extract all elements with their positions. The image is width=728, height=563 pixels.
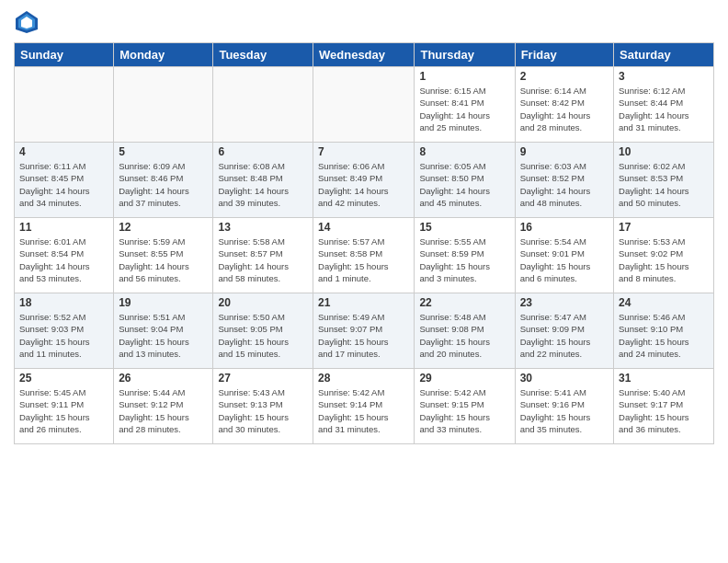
calendar-cell-1-1 [15, 67, 114, 143]
header [14, 9, 714, 35]
calendar-cell-4-1: 18Sunrise: 5:52 AM Sunset: 9:03 PM Dayli… [15, 293, 114, 369]
day-info: Sunrise: 5:47 AM Sunset: 9:09 PM Dayligh… [520, 311, 609, 360]
day-number: 20 [218, 296, 308, 309]
calendar-week-1: 1Sunrise: 6:15 AM Sunset: 8:41 PM Daylig… [15, 67, 714, 143]
calendar-cell-5-1: 25Sunrise: 5:45 AM Sunset: 9:11 PM Dayli… [15, 369, 114, 444]
calendar-cell-3-5: 15Sunrise: 5:55 AM Sunset: 8:59 PM Dayli… [415, 218, 515, 293]
day-header-monday: Monday [114, 43, 213, 67]
day-number: 25 [19, 372, 108, 385]
calendar-week-5: 25Sunrise: 5:45 AM Sunset: 9:11 PM Dayli… [15, 369, 714, 444]
day-info: Sunrise: 5:49 AM Sunset: 9:07 PM Dayligh… [318, 311, 409, 360]
day-header-saturday: Saturday [614, 43, 714, 67]
calendar-cell-2-6: 9Sunrise: 6:03 AM Sunset: 8:52 PM Daylig… [515, 143, 613, 218]
calendar-cell-3-1: 11Sunrise: 6:01 AM Sunset: 8:54 PM Dayli… [15, 218, 114, 293]
day-number: 28 [318, 372, 409, 385]
day-number: 30 [520, 372, 609, 385]
day-info: Sunrise: 5:59 AM Sunset: 8:55 PM Dayligh… [119, 236, 208, 284]
day-number: 13 [218, 221, 308, 234]
calendar-cell-1-6: 2Sunrise: 6:14 AM Sunset: 8:42 PM Daylig… [515, 67, 613, 143]
day-number: 7 [318, 145, 409, 158]
calendar-cell-3-7: 17Sunrise: 5:53 AM Sunset: 9:02 PM Dayli… [614, 218, 714, 293]
day-number: 23 [520, 296, 609, 309]
day-info: Sunrise: 5:44 AM Sunset: 9:12 PM Dayligh… [119, 386, 208, 435]
day-number: 4 [19, 145, 108, 158]
calendar-cell-4-4: 21Sunrise: 5:49 AM Sunset: 9:07 PM Dayli… [313, 293, 415, 369]
day-info: Sunrise: 5:46 AM Sunset: 9:10 PM Dayligh… [619, 311, 709, 360]
day-number: 14 [318, 221, 409, 234]
day-info: Sunrise: 6:09 AM Sunset: 8:46 PM Dayligh… [119, 160, 208, 209]
day-number: 15 [419, 221, 509, 234]
calendar-cell-2-5: 8Sunrise: 6:05 AM Sunset: 8:50 PM Daylig… [415, 143, 515, 218]
day-header-thursday: Thursday [415, 43, 515, 67]
calendar-cell-1-5: 1Sunrise: 6:15 AM Sunset: 8:41 PM Daylig… [415, 67, 515, 143]
day-number: 8 [419, 145, 509, 158]
day-info: Sunrise: 5:58 AM Sunset: 8:57 PM Dayligh… [218, 236, 308, 284]
day-number: 10 [619, 145, 709, 158]
day-header-friday: Friday [515, 43, 613, 67]
day-number: 3 [619, 70, 709, 83]
calendar-cell-1-7: 3Sunrise: 6:12 AM Sunset: 8:44 PM Daylig… [614, 67, 714, 143]
calendar-cell-5-7: 31Sunrise: 5:40 AM Sunset: 9:17 PM Dayli… [614, 369, 714, 444]
day-number: 29 [419, 372, 509, 385]
day-info: Sunrise: 5:45 AM Sunset: 9:11 PM Dayligh… [19, 386, 108, 435]
calendar-cell-4-3: 20Sunrise: 5:50 AM Sunset: 9:05 PM Dayli… [213, 293, 313, 369]
day-info: Sunrise: 5:50 AM Sunset: 9:05 PM Dayligh… [218, 311, 308, 360]
day-number: 21 [318, 296, 409, 309]
day-number: 26 [119, 372, 208, 385]
calendar-cell-5-3: 27Sunrise: 5:43 AM Sunset: 9:13 PM Dayli… [213, 369, 313, 444]
day-info: Sunrise: 6:14 AM Sunset: 8:42 PM Dayligh… [520, 85, 609, 133]
calendar-cell-3-4: 14Sunrise: 5:57 AM Sunset: 8:58 PM Dayli… [313, 218, 415, 293]
day-info: Sunrise: 5:42 AM Sunset: 9:14 PM Dayligh… [318, 386, 409, 435]
day-info: Sunrise: 6:11 AM Sunset: 8:45 PM Dayligh… [19, 160, 108, 209]
day-number: 6 [218, 145, 308, 158]
logo-icon [14, 9, 40, 35]
logo [14, 9, 43, 35]
day-info: Sunrise: 5:48 AM Sunset: 9:08 PM Dayligh… [419, 311, 509, 360]
page: SundayMondayTuesdayWednesdayThursdayFrid… [0, 0, 728, 563]
day-info: Sunrise: 6:12 AM Sunset: 8:44 PM Dayligh… [619, 85, 709, 133]
calendar-cell-5-2: 26Sunrise: 5:44 AM Sunset: 9:12 PM Dayli… [114, 369, 213, 444]
day-header-tuesday: Tuesday [213, 43, 313, 67]
calendar-cell-4-7: 24Sunrise: 5:46 AM Sunset: 9:10 PM Dayli… [614, 293, 714, 369]
calendar-week-2: 4Sunrise: 6:11 AM Sunset: 8:45 PM Daylig… [15, 143, 714, 218]
calendar-header-row: SundayMondayTuesdayWednesdayThursdayFrid… [15, 43, 714, 67]
calendar-cell-5-6: 30Sunrise: 5:41 AM Sunset: 9:16 PM Dayli… [515, 369, 613, 444]
day-info: Sunrise: 5:40 AM Sunset: 9:17 PM Dayligh… [619, 386, 709, 435]
day-info: Sunrise: 5:54 AM Sunset: 9:01 PM Dayligh… [520, 236, 609, 284]
day-number: 2 [520, 70, 609, 83]
day-number: 18 [19, 296, 108, 309]
calendar-cell-4-5: 22Sunrise: 5:48 AM Sunset: 9:08 PM Dayli… [415, 293, 515, 369]
calendar-cell-3-3: 13Sunrise: 5:58 AM Sunset: 8:57 PM Dayli… [213, 218, 313, 293]
day-number: 5 [119, 145, 208, 158]
calendar-cell-1-3 [213, 67, 313, 143]
calendar-cell-1-2 [114, 67, 213, 143]
calendar-cell-2-7: 10Sunrise: 6:02 AM Sunset: 8:53 PM Dayli… [614, 143, 714, 218]
day-number: 11 [19, 221, 108, 234]
day-number: 19 [119, 296, 208, 309]
calendar-cell-1-4 [313, 67, 415, 143]
calendar-cell-5-4: 28Sunrise: 5:42 AM Sunset: 9:14 PM Dayli… [313, 369, 415, 444]
calendar-cell-3-6: 16Sunrise: 5:54 AM Sunset: 9:01 PM Dayli… [515, 218, 613, 293]
day-info: Sunrise: 5:55 AM Sunset: 8:59 PM Dayligh… [419, 236, 509, 284]
calendar-week-3: 11Sunrise: 6:01 AM Sunset: 8:54 PM Dayli… [15, 218, 714, 293]
day-number: 24 [619, 296, 709, 309]
calendar-table: SundayMondayTuesdayWednesdayThursdayFrid… [14, 42, 714, 444]
calendar-cell-4-2: 19Sunrise: 5:51 AM Sunset: 9:04 PM Dayli… [114, 293, 213, 369]
day-header-wednesday: Wednesday [313, 43, 415, 67]
day-info: Sunrise: 6:05 AM Sunset: 8:50 PM Dayligh… [419, 160, 509, 209]
calendar-cell-2-1: 4Sunrise: 6:11 AM Sunset: 8:45 PM Daylig… [15, 143, 114, 218]
calendar-cell-2-3: 6Sunrise: 6:08 AM Sunset: 8:48 PM Daylig… [213, 143, 313, 218]
day-header-sunday: Sunday [15, 43, 114, 67]
day-number: 1 [419, 70, 509, 83]
calendar-week-4: 18Sunrise: 5:52 AM Sunset: 9:03 PM Dayli… [15, 293, 714, 369]
day-info: Sunrise: 5:43 AM Sunset: 9:13 PM Dayligh… [218, 386, 308, 435]
day-info: Sunrise: 5:51 AM Sunset: 9:04 PM Dayligh… [119, 311, 208, 360]
day-info: Sunrise: 5:57 AM Sunset: 8:58 PM Dayligh… [318, 236, 409, 284]
day-info: Sunrise: 6:06 AM Sunset: 8:49 PM Dayligh… [318, 160, 409, 209]
day-info: Sunrise: 6:08 AM Sunset: 8:48 PM Dayligh… [218, 160, 308, 209]
calendar-cell-3-2: 12Sunrise: 5:59 AM Sunset: 8:55 PM Dayli… [114, 218, 213, 293]
day-info: Sunrise: 6:01 AM Sunset: 8:54 PM Dayligh… [19, 236, 108, 284]
day-info: Sunrise: 5:41 AM Sunset: 9:16 PM Dayligh… [520, 386, 609, 435]
day-number: 27 [218, 372, 308, 385]
day-info: Sunrise: 6:02 AM Sunset: 8:53 PM Dayligh… [619, 160, 709, 209]
